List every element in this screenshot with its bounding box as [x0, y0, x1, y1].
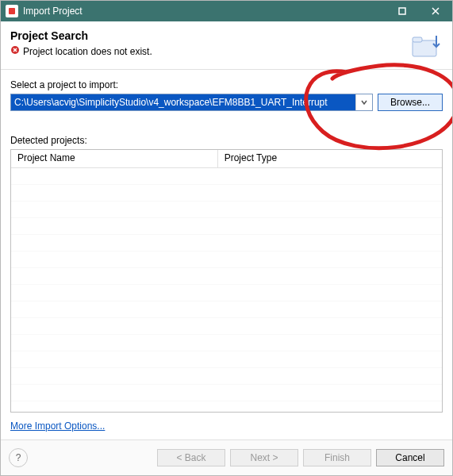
back-button[interactable]: < Back	[157, 449, 225, 466]
next-button[interactable]: Next >	[230, 449, 298, 466]
titlebar: Import Project	[1, 1, 452, 21]
cancel-button[interactable]: Cancel	[376, 449, 444, 466]
svg-rect-4	[413, 37, 422, 42]
project-path-row: Browse...	[10, 94, 443, 111]
help-button[interactable]: ?	[9, 448, 28, 467]
dialog-body: Select a project to import: Browse... De…	[1, 70, 452, 440]
dialog-banner: Project Search Project location does not…	[1, 21, 452, 70]
detected-projects-table: Project Name Project Type	[10, 149, 443, 413]
more-import-options-link[interactable]: More Import Options...	[10, 420, 443, 432]
table-header: Project Name Project Type	[11, 150, 442, 168]
import-folder-icon	[409, 29, 443, 63]
svg-rect-1	[399, 8, 405, 14]
select-project-label: Select a project to import:	[10, 79, 443, 90]
project-path-input[interactable]	[11, 94, 355, 110]
close-button[interactable]	[419, 1, 452, 21]
banner-heading: Project Search	[10, 29, 409, 42]
svg-rect-3	[413, 40, 436, 56]
app-icon	[6, 5, 18, 17]
chevron-down-icon[interactable]	[355, 94, 372, 110]
column-project-name[interactable]: Project Name	[11, 150, 218, 167]
project-path-combo[interactable]	[10, 94, 373, 111]
error-icon	[10, 45, 20, 57]
svg-rect-0	[9, 8, 15, 14]
column-project-type[interactable]: Project Type	[218, 150, 442, 167]
error-message-row: Project location does not exist.	[10, 45, 409, 57]
error-message: Project location does not exist.	[23, 46, 152, 57]
finish-button[interactable]: Finish	[303, 449, 371, 466]
table-body-empty	[11, 168, 442, 412]
window-title: Import Project	[23, 6, 386, 17]
dialog-footer: ? < Back Next > Finish Cancel	[1, 440, 452, 475]
maximize-button[interactable]	[386, 1, 419, 21]
import-project-dialog: Import Project Project Search Project lo…	[0, 0, 453, 476]
detected-projects-label: Detected projects:	[10, 135, 443, 146]
browse-button[interactable]: Browse...	[378, 94, 443, 111]
